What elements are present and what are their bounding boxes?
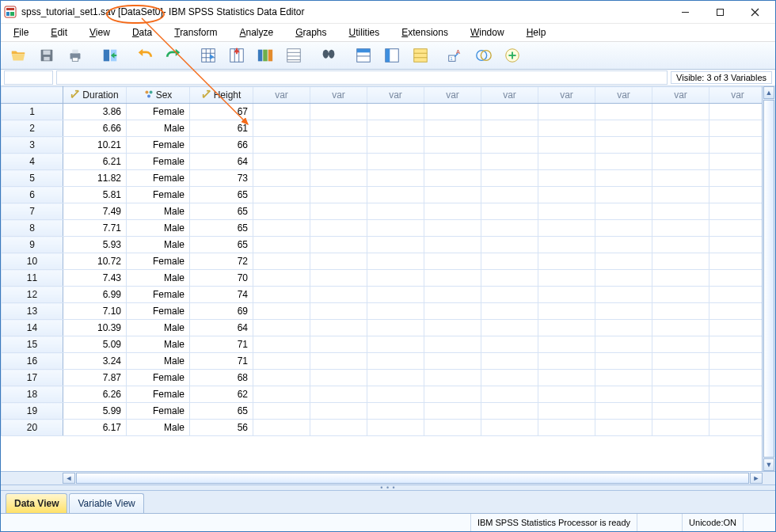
table-row[interactable]: 177.87Female68 (2, 370, 763, 386)
cell-height[interactable]: 71 (190, 353, 253, 370)
cell-empty[interactable] (367, 237, 424, 253)
cell-empty[interactable] (652, 253, 709, 270)
cell-empty[interactable] (481, 420, 538, 436)
cell-empty[interactable] (538, 220, 595, 237)
cell-duration[interactable]: 5.99 (63, 403, 127, 420)
scroll-left-icon[interactable]: ◄ (63, 473, 75, 484)
menu-data[interactable]: Data (123, 26, 162, 39)
cell-empty[interactable] (310, 154, 367, 170)
cell-empty[interactable] (595, 353, 652, 370)
cell-empty[interactable] (709, 420, 763, 436)
row-number[interactable]: 3 (2, 137, 63, 154)
cell-empty[interactable] (538, 170, 595, 187)
cell-empty[interactable] (253, 403, 310, 420)
cell-empty[interactable] (424, 154, 481, 170)
cell-empty[interactable] (310, 370, 367, 386)
table-row[interactable]: 117.43Male70 (2, 270, 763, 287)
cell-height[interactable]: 68 (190, 370, 253, 386)
cell-duration[interactable]: 3.24 (63, 353, 127, 370)
cell-empty[interactable] (253, 154, 310, 170)
cell-height[interactable]: 61 (190, 120, 253, 137)
cell-empty[interactable] (253, 104, 310, 120)
cell-empty[interactable] (310, 403, 367, 420)
cell-empty[interactable] (424, 220, 481, 237)
cell-empty[interactable] (538, 253, 595, 270)
cell-empty[interactable] (652, 104, 709, 120)
row-number[interactable]: 14 (2, 320, 63, 336)
tab-variable-view[interactable]: Variable View (69, 493, 143, 513)
cell-empty[interactable] (595, 287, 652, 303)
customize-toolbar-button[interactable] (500, 44, 525, 67)
table-row[interactable]: 95.93Male65 (2, 237, 763, 253)
cell-sex[interactable]: Female (127, 104, 190, 120)
save-button[interactable] (34, 44, 59, 67)
cell-empty[interactable] (595, 336, 652, 353)
variables-button[interactable] (253, 44, 278, 67)
cell-empty[interactable] (481, 370, 538, 386)
cell-empty[interactable] (481, 253, 538, 270)
cell-height[interactable]: 65 (190, 403, 253, 420)
cell-empty[interactable] (595, 220, 652, 237)
cell-empty[interactable] (709, 170, 763, 187)
cell-duration[interactable]: 6.17 (63, 420, 127, 436)
cell-empty[interactable] (424, 270, 481, 287)
cell-empty[interactable] (652, 237, 709, 253)
cell-sex[interactable]: Female (127, 170, 190, 187)
column-header-empty[interactable]: var (709, 87, 763, 104)
cell-empty[interactable] (367, 187, 424, 203)
cell-empty[interactable] (652, 320, 709, 336)
cell-empty[interactable] (595, 187, 652, 203)
row-number[interactable]: 1 (2, 104, 63, 120)
menu-utilities[interactable]: Utilities (340, 26, 390, 39)
cell-sex[interactable]: Female (127, 154, 190, 170)
minimize-button[interactable] (668, 2, 702, 21)
cell-empty[interactable] (424, 320, 481, 336)
cell-height[interactable]: 67 (190, 104, 253, 120)
cell-empty[interactable] (652, 370, 709, 386)
cell-empty[interactable] (595, 403, 652, 420)
cell-empty[interactable] (595, 253, 652, 270)
cell-empty[interactable] (538, 336, 595, 353)
cell-empty[interactable] (481, 137, 538, 154)
cell-height[interactable]: 70 (190, 270, 253, 287)
cell-sex[interactable]: Female (127, 386, 190, 403)
cell-empty[interactable] (652, 137, 709, 154)
cell-empty[interactable] (367, 104, 424, 120)
cell-empty[interactable] (652, 353, 709, 370)
row-number[interactable]: 5 (2, 170, 63, 187)
cell-empty[interactable] (709, 403, 763, 420)
cell-empty[interactable] (481, 287, 538, 303)
table-row[interactable]: 1410.39Male64 (2, 320, 763, 336)
column-header-empty[interactable]: var (253, 87, 310, 104)
column-header-empty[interactable]: var (424, 87, 481, 104)
cell-empty[interactable] (253, 187, 310, 203)
cell-empty[interactable] (709, 104, 763, 120)
cell-sex[interactable]: Female (127, 403, 190, 420)
cell-sex[interactable]: Female (127, 187, 190, 203)
cell-empty[interactable] (709, 370, 763, 386)
row-number[interactable]: 11 (2, 270, 63, 287)
table-row[interactable]: 163.24Male71 (2, 353, 763, 370)
goto-variable-button[interactable] (224, 44, 249, 67)
cell-empty[interactable] (538, 187, 595, 203)
row-number[interactable]: 6 (2, 187, 63, 203)
cell-sex[interactable]: Male (127, 420, 190, 436)
cell-empty[interactable] (424, 370, 481, 386)
value-labels-button[interactable]: 1A (443, 44, 468, 67)
cell-sex[interactable]: Female (127, 370, 190, 386)
cell-empty[interactable] (481, 170, 538, 187)
cell-empty[interactable] (424, 170, 481, 187)
column-header-empty[interactable]: var (652, 87, 709, 104)
cell-duration[interactable]: 7.10 (63, 303, 127, 320)
cell-height[interactable]: 66 (190, 137, 253, 154)
column-header-empty[interactable]: var (481, 87, 538, 104)
cell-empty[interactable] (424, 403, 481, 420)
cell-duration[interactable]: 7.71 (63, 220, 127, 237)
cell-duration[interactable]: 11.82 (63, 170, 127, 187)
cell-empty[interactable] (652, 303, 709, 320)
cell-empty[interactable] (367, 303, 424, 320)
menu-view[interactable]: View (80, 26, 120, 39)
cell-empty[interactable] (253, 220, 310, 237)
row-number[interactable]: 16 (2, 353, 63, 370)
cell-empty[interactable] (310, 320, 367, 336)
